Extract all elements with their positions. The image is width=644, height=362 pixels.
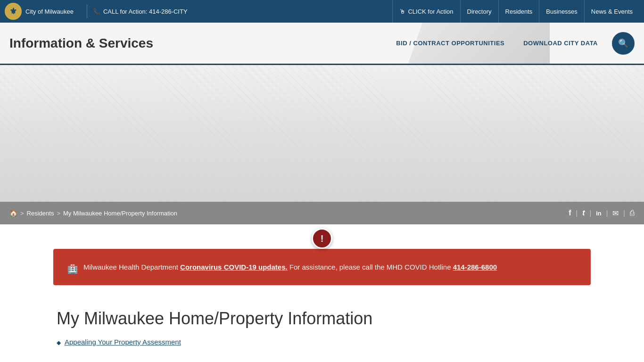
breadcrumb-current: My Milwaukee Home/Property Information — [63, 210, 177, 217]
site-title: Information & Services — [9, 36, 153, 51]
search-icon: 🔍 — [618, 38, 628, 49]
secondary-navigation: BID / CONTRACT OPPORTUNITIES DOWNLOAD CI… — [387, 32, 635, 55]
breadcrumb-separator-1: > — [20, 210, 24, 217]
email-icon[interactable]: ✉ — [612, 209, 619, 218]
breadcrumb-bar: 🏠 > Residents > My Milwaukee Home/Proper… — [0, 202, 644, 224]
secondary-header: Information & Services BID / CONTRACT OP… — [0, 23, 644, 65]
twitter-icon[interactable]: t — [582, 209, 585, 217]
nav-divider — [87, 4, 87, 18]
click-action-link[interactable]: 🖱 CLICK for Action — [392, 0, 460, 23]
businesses-link[interactable]: Businesses — [539, 0, 584, 23]
alert-dept-name: Milwaukee Health Department — [83, 263, 178, 271]
directory-link[interactable]: Directory — [460, 0, 498, 23]
content-list: ◆ Appealing Your Property Assessment — [57, 338, 587, 346]
alert-hotline-text: For assistance, please call the MHD COVI… — [289, 263, 451, 271]
alert-icon: ! — [312, 228, 332, 249]
bullet-icon: ◆ — [57, 339, 61, 346]
bid-contract-link[interactable]: BID / CONTRACT OPPORTUNITIES — [387, 40, 514, 47]
social-icons-group: f | t | in | ✉ | ⎙ — [569, 209, 635, 218]
search-button[interactable]: 🔍 — [612, 32, 635, 55]
alert-box: 🏥 Milwaukee Health Department Coronaviru… — [53, 249, 591, 285]
breadcrumb-separator-2: > — [57, 210, 60, 217]
facebook-icon[interactable]: f — [569, 209, 571, 217]
call-action-group[interactable]: 📞 CALL for Action: 414-286-CITY — [93, 8, 188, 15]
city-logo-group: ⚜ City of Milwaukee — [5, 3, 74, 20]
linkedin-icon[interactable]: in — [596, 210, 602, 217]
download-data-link[interactable]: DOWNLOAD CITY DATA — [514, 40, 607, 47]
residents-link[interactable]: Residents — [498, 0, 539, 23]
top-navigation: ⚜ City of Milwaukee 📞 CALL for Action: 4… — [0, 0, 644, 23]
main-content: My Milwaukee Home/Property Information ◆… — [0, 295, 644, 362]
alert-text: Milwaukee Health Department Coronavirus … — [83, 262, 497, 273]
covid-hotline-phone-link[interactable]: 414-286-6800 — [453, 263, 497, 271]
alert-wrapper: ! 🏥 Milwaukee Health Department Coronavi… — [0, 224, 644, 295]
top-nav-links: 🖱 CLICK for Action Directory Residents B… — [392, 0, 639, 23]
city-name-label: City of Milwaukee — [25, 8, 74, 15]
breadcrumb: 🏠 > Residents > My Milwaukee Home/Proper… — [9, 209, 177, 217]
list-item: ◆ Appealing Your Property Assessment — [57, 338, 587, 346]
cursor-icon: 🖱 — [399, 8, 405, 15]
breadcrumb-residents-link[interactable]: Residents — [27, 210, 54, 217]
page-title: My Milwaukee Home/Property Information — [57, 309, 587, 329]
banner-image — [0, 65, 644, 202]
covid-updates-link[interactable]: Coronavirus COVID-19 updates. — [180, 263, 288, 271]
call-action-label: CALL for Action: 414-286-CITY — [103, 8, 188, 15]
home-icon: 🏠 — [9, 209, 17, 217]
print-icon[interactable]: ⎙ — [630, 209, 635, 217]
news-events-link[interactable]: News & Events — [584, 0, 639, 23]
appealing-assessment-link[interactable]: Appealing Your Property Assessment — [65, 338, 181, 346]
hospital-icon: 🏥 — [67, 263, 78, 276]
city-seal-icon: ⚜ — [5, 3, 22, 20]
breadcrumb-home-link[interactable]: 🏠 — [9, 209, 17, 217]
phone-icon: 📞 — [93, 8, 100, 15]
